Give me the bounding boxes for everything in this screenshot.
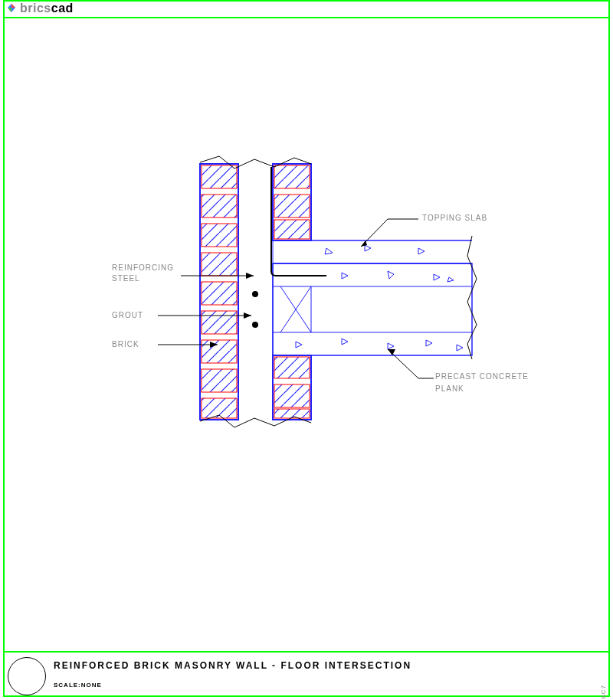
header: bricscad: [6, 2, 74, 15]
label-precast-2: PLANK: [435, 384, 464, 393]
svg-marker-38: [447, 277, 454, 282]
svg-rect-7: [202, 224, 237, 247]
svg-marker-39: [296, 342, 302, 348]
svg-rect-22: [274, 384, 310, 407]
title-block: REINFORCED BRICK MASONRY WALL - FLOOR IN…: [5, 651, 608, 697]
svg-marker-55: [244, 312, 251, 319]
bricscad-logo-icon: [6, 3, 17, 14]
brand-text: bricscad: [20, 2, 74, 15]
svg-marker-26: [325, 248, 333, 254]
svg-point-45: [252, 322, 258, 328]
svg-marker-2: [8, 8, 11, 12]
label-topping-slab: TOPPING SLAB: [422, 214, 487, 222]
label-reinforcing-1: REINFORCING: [112, 263, 174, 272]
detail-marker-circle: [8, 657, 46, 695]
svg-marker-27: [365, 245, 371, 251]
svg-marker-40: [342, 339, 348, 345]
svg-marker-41: [388, 343, 394, 349]
svg-rect-19: [274, 220, 310, 239]
brand-part1: brics: [20, 2, 51, 15]
svg-marker-35: [342, 273, 348, 279]
drawing-canvas: TOPPING SLAB REINFORCING STEEL GROUT BRI…: [5, 18, 608, 646]
svg-marker-1: [11, 4, 15, 8]
brand-part2: cad: [51, 2, 74, 15]
svg-rect-18: [274, 195, 310, 218]
svg-marker-42: [426, 340, 432, 346]
svg-marker-43: [457, 345, 463, 351]
label-precast-1: PRECAST CONCRETE: [435, 372, 529, 381]
svg-marker-53: [246, 273, 254, 279]
drawing-title: REINFORCED BRICK MASONRY WALL - FLOOR IN…: [54, 660, 411, 671]
svg-rect-29: [273, 263, 472, 355]
label-reinforcing-2: STEEL: [112, 274, 140, 283]
svg-rect-21: [274, 357, 310, 378]
svg-rect-8: [202, 253, 237, 276]
svg-marker-37: [434, 274, 440, 280]
svg-point-44: [252, 291, 258, 297]
cad-drawing: [5, 18, 608, 646]
svg-rect-17: [274, 165, 310, 188]
drawing-code: MBC7: [600, 685, 607, 700]
scale-note: SCALE:NONE: [54, 682, 102, 689]
svg-marker-28: [418, 248, 425, 254]
label-grout: GROUT: [112, 311, 143, 319]
svg-rect-5: [202, 165, 237, 188]
svg-rect-23: [274, 409, 310, 418]
svg-rect-11: [202, 340, 237, 363]
label-brick: BRICK: [112, 340, 139, 348]
svg-rect-12: [202, 369, 237, 392]
svg-marker-36: [388, 271, 394, 279]
svg-rect-9: [202, 282, 237, 305]
svg-marker-51: [388, 349, 395, 355]
svg-rect-10: [202, 311, 237, 334]
svg-rect-6: [202, 195, 237, 218]
